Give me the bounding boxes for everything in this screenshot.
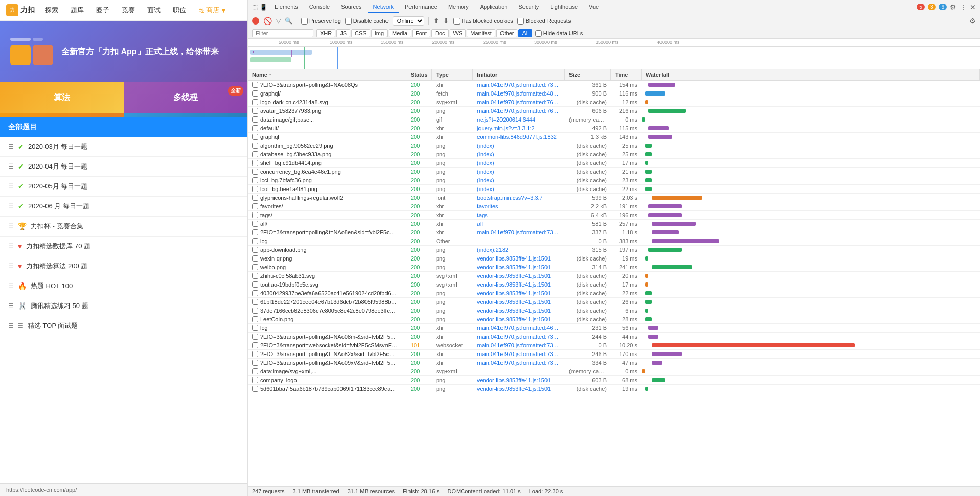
tab-memory[interactable]: Memory bbox=[443, 2, 474, 13]
cell-initiator[interactable] bbox=[473, 240, 565, 242]
list-item[interactable]: ☰ 🐰 腾讯精选练习 50 题 bbox=[0, 296, 247, 316]
filter-img[interactable]: Img bbox=[371, 29, 388, 37]
table-row[interactable]: 40300429937be3efa6a6520ac41e5619024cd20f… bbox=[248, 289, 980, 298]
tab-lighthouse[interactable]: Lighthouse bbox=[545, 2, 583, 13]
nav-shop[interactable]: 🛍 商店 ▼ bbox=[196, 5, 229, 16]
table-row[interactable]: lcof_bg.bee1a4f81.png 200 png (index) (d… bbox=[248, 185, 980, 194]
row-checkbox[interactable] bbox=[252, 308, 258, 314]
cell-initiator[interactable]: vendor-libs.9853ffe41.js:1501 bbox=[473, 289, 565, 297]
table-row[interactable]: ?EIO=3&transport=polling&t=NAo8en&sid=fv… bbox=[248, 228, 980, 237]
cell-initiator[interactable]: (index) bbox=[473, 150, 565, 158]
table-row[interactable]: concurrency_bg.6ea4e46e1.png 200 png (in… bbox=[248, 168, 980, 176]
row-checkbox[interactable] bbox=[252, 82, 258, 88]
tab-security[interactable]: Security bbox=[513, 2, 544, 13]
table-row[interactable]: ?EIO=3&transport=polling&t=NAo82x&sid=fv… bbox=[248, 350, 980, 359]
row-checkbox[interactable] bbox=[252, 334, 258, 340]
table-row[interactable]: app-download.png 200 png (index):2182 31… bbox=[248, 246, 980, 254]
cell-initiator[interactable]: main.041ef970.js:formatted:73436 bbox=[473, 350, 565, 358]
table-row[interactable]: LeetCoin.png 200 png vendor-libs.9853ffe… bbox=[248, 315, 980, 324]
record-button[interactable] bbox=[252, 17, 259, 25]
throttle-select[interactable]: Online bbox=[393, 16, 424, 26]
filter-font[interactable]: Font bbox=[412, 29, 430, 37]
table-row[interactable]: all/ 200 xhr all 581 B 257 ms bbox=[248, 220, 980, 228]
filter-ws[interactable]: WS bbox=[450, 29, 466, 37]
row-checkbox[interactable] bbox=[252, 134, 258, 140]
table-row[interactable]: graphql/ 200 fetch main.041ef970.js:form… bbox=[248, 89, 980, 98]
header-name[interactable]: Name ↑ bbox=[248, 69, 406, 80]
filter-doc[interactable]: Doc bbox=[431, 29, 449, 37]
hide-data-urls-label[interactable]: Hide data URLs bbox=[535, 30, 583, 37]
row-checkbox[interactable] bbox=[252, 90, 258, 97]
table-row[interactable]: database_bg.f3bec933a.png 200 png (index… bbox=[248, 150, 980, 159]
table-row[interactable]: tags/ 200 xhr tags 6.4 kB 196 ms bbox=[248, 211, 980, 220]
row-checkbox[interactable] bbox=[252, 229, 258, 235]
cell-initiator[interactable]: vendor-libs.9853ffe41.js:1501 bbox=[473, 272, 565, 280]
row-checkbox[interactable] bbox=[252, 195, 258, 201]
row-checkbox[interactable] bbox=[252, 351, 258, 357]
table-row[interactable]: ?EIO=3&transport=polling&t=NAo09xV&sid=f… bbox=[248, 359, 980, 367]
list-item[interactable]: ☰ ☰ 精选 TOP 面试题 bbox=[0, 316, 247, 336]
close-icon[interactable]: ✕ bbox=[970, 3, 976, 11]
nav-explore[interactable]: 探索 bbox=[43, 5, 60, 16]
tab-console[interactable]: Console bbox=[304, 2, 335, 13]
cell-initiator[interactable]: main.041ef970.js:formatted:48683 bbox=[473, 89, 565, 98]
row-checkbox[interactable] bbox=[252, 186, 258, 192]
row-checkbox[interactable] bbox=[252, 247, 258, 253]
row-checkbox[interactable] bbox=[252, 281, 258, 288]
preserve-log-label[interactable]: Preserve log bbox=[301, 18, 341, 25]
header-status[interactable]: Status bbox=[406, 69, 432, 80]
device-icon[interactable]: 📱 bbox=[260, 4, 267, 11]
cell-initiator[interactable]: main.041ef970.js:formatted:76270 bbox=[473, 107, 565, 115]
cell-initiator[interactable]: favorites bbox=[473, 202, 565, 210]
table-row[interactable]: algorithm_bg.90562ce29.png 200 png (inde… bbox=[248, 141, 980, 150]
table-row[interactable]: ?EIO=3&transport=polling&t=NAo08m-&sid=f… bbox=[248, 333, 980, 341]
cell-initiator[interactable]: main.041ef970.js:formatted:73436 bbox=[473, 333, 565, 341]
table-row[interactable]: data:image/svg+xml,... 200 svg+xml (memo… bbox=[248, 367, 980, 376]
table-row[interactable]: log 200 Other 0 B 383 ms bbox=[248, 237, 980, 246]
header-size[interactable]: Size bbox=[565, 69, 611, 80]
cell-initiator[interactable]: vendor-libs.9853ffe41.js:1501 bbox=[473, 306, 565, 315]
list-item[interactable]: ☰ 🏆 力扣杯 - 竞赛合集 bbox=[0, 217, 247, 237]
table-row[interactable]: log 200 xhr main.041ef970.js:formatted:4… bbox=[248, 324, 980, 333]
cell-initiator[interactable]: vendor-libs.9853ffe41.js:1501 bbox=[473, 315, 565, 323]
cell-initiator[interactable]: (index) bbox=[473, 176, 565, 184]
list-item[interactable]: ☰ 🔥 热题 HOT 100 bbox=[0, 276, 247, 296]
row-checkbox[interactable] bbox=[252, 299, 258, 305]
card-algorithm[interactable]: 算法 bbox=[0, 82, 124, 113]
row-checkbox[interactable] bbox=[252, 177, 258, 183]
import-icon[interactable]: ⬆ bbox=[433, 17, 439, 25]
list-item[interactable]: ☰ ♥ 力扣精选算法 200 题 bbox=[0, 256, 247, 276]
cell-initiator[interactable]: vendor-libs.9853ffe41.js:1501 bbox=[473, 254, 565, 263]
tab-application[interactable]: Application bbox=[475, 2, 513, 13]
cell-initiator[interactable]: vendor-libs.9853ffe41.js:1501 bbox=[473, 280, 565, 289]
list-item[interactable]: ☰ ♥ 力扣精选数据库 70 题 bbox=[0, 237, 247, 256]
cell-initiator[interactable]: (index):2182 bbox=[473, 246, 565, 254]
filter-css[interactable]: CSS bbox=[351, 29, 370, 37]
has-blocked-cookies-label[interactable]: Has blocked cookies bbox=[453, 18, 513, 25]
logo[interactable]: 力 力扣 bbox=[6, 4, 35, 16]
filter-manifest[interactable]: Manifest bbox=[467, 29, 495, 37]
devtools-settings-icon[interactable]: ⚙ bbox=[969, 17, 976, 25]
blocked-requests-checkbox[interactable] bbox=[517, 18, 524, 25]
header-initiator[interactable]: Initiator bbox=[473, 69, 565, 80]
row-checkbox[interactable] bbox=[252, 116, 258, 123]
table-row[interactable]: ?EIO=3&transport=polling&t=NAo08Qs 200 x… bbox=[248, 81, 980, 89]
hide-data-urls-checkbox[interactable] bbox=[535, 30, 542, 37]
cell-initiator[interactable]: main.041ef970.js:formatted:73630 bbox=[473, 341, 565, 349]
tab-performance[interactable]: Performance bbox=[400, 2, 442, 13]
row-checkbox[interactable] bbox=[252, 143, 258, 149]
cell-initiator[interactable] bbox=[473, 370, 565, 372]
cell-initiator[interactable]: bootstrap.min.css?v=3.3.7 bbox=[473, 194, 565, 202]
table-row[interactable]: lcci_bg.7bfafc36.png 200 png (index) (di… bbox=[248, 176, 980, 185]
row-checkbox[interactable] bbox=[252, 325, 258, 331]
tab-elements[interactable]: Elements bbox=[269, 2, 303, 13]
card-thread[interactable]: 多线程 全新 bbox=[124, 82, 247, 113]
cell-initiator[interactable]: vendor-libs.9853ffe41.js:1501 bbox=[473, 263, 565, 271]
filter-other[interactable]: Other bbox=[496, 29, 518, 37]
cell-initiator[interactable]: main.041ef970.js:formatted:76270 bbox=[473, 98, 565, 106]
filter-input[interactable] bbox=[252, 29, 313, 37]
filter-all[interactable]: All bbox=[518, 29, 532, 37]
cell-initiator[interactable]: (index) bbox=[473, 159, 565, 167]
table-row[interactable]: toutiao-19bdbf0c5c.svg 200 svg+xml vendo… bbox=[248, 280, 980, 289]
settings-icon[interactable]: ⚙ bbox=[950, 3, 956, 11]
